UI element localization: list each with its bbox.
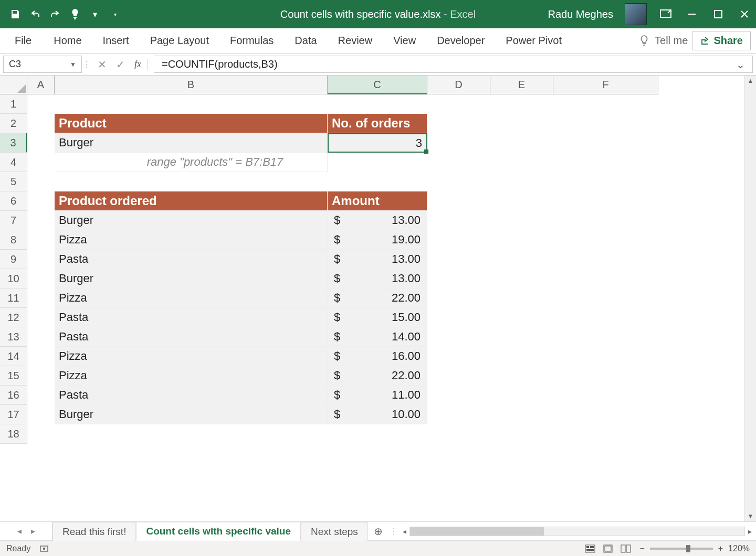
- summary-count[interactable]: 3: [328, 133, 427, 153]
- cells-area[interactable]: ProductNo. of ordersBurger3range "produc…: [27, 94, 744, 521]
- row-header-4[interactable]: 4: [0, 153, 27, 172]
- enter-formula-icon[interactable]: ✓: [116, 58, 125, 71]
- order-amount-row-10[interactable]: $13.00: [328, 269, 427, 288]
- close-icon[interactable]: [737, 7, 752, 22]
- sheet-tab-count-cells-with-specific-value[interactable]: Count cells with specific value: [136, 522, 301, 541]
- column-header-A[interactable]: A: [27, 76, 55, 94]
- redo-icon[interactable]: [48, 7, 62, 21]
- macro-record-icon[interactable]: [40, 544, 50, 553]
- share-button[interactable]: Share: [692, 31, 751, 50]
- page-break-view-icon[interactable]: [621, 544, 631, 553]
- undo-icon[interactable]: [28, 7, 42, 21]
- row-header-2[interactable]: 2: [0, 114, 27, 133]
- file-tab[interactable]: File: [5, 29, 41, 52]
- order-product-row-10[interactable]: Burger: [55, 269, 328, 288]
- row-header-14[interactable]: 14: [0, 347, 27, 366]
- ribbon-tab-home[interactable]: Home: [45, 29, 90, 52]
- zoom-level[interactable]: 120%: [728, 544, 750, 553]
- zoom-out-icon[interactable]: −: [639, 544, 644, 553]
- sheet-next-icon[interactable]: ▸: [31, 526, 35, 536]
- zoom-slider[interactable]: [650, 548, 713, 550]
- ribbon-tab-data[interactable]: Data: [286, 29, 325, 52]
- fx-grip-icon[interactable]: ⋮: [82, 54, 91, 75]
- order-product-row-16[interactable]: Pasta: [55, 386, 328, 405]
- scroll-left-icon[interactable]: ◂: [403, 527, 406, 536]
- row-header-10[interactable]: 10: [0, 269, 27, 288]
- order-amount-row-16[interactable]: $11.00: [328, 386, 427, 405]
- qat-customize-icon[interactable]: ▾: [108, 7, 122, 21]
- minimize-icon[interactable]: [685, 7, 699, 22]
- order-product-row-9[interactable]: Pasta: [55, 250, 328, 269]
- normal-view-icon[interactable]: [585, 544, 595, 553]
- order-product-row-17[interactable]: Burger: [55, 405, 328, 424]
- column-header-E[interactable]: E: [490, 76, 553, 94]
- order-amount-row-13[interactable]: $14.00: [328, 327, 427, 347]
- row-header-9[interactable]: 9: [0, 250, 27, 269]
- page-layout-view-icon[interactable]: [603, 544, 613, 553]
- order-product-row-7[interactable]: Burger: [55, 211, 328, 230]
- ribbon-display-options-icon[interactable]: [658, 7, 673, 22]
- row-header-5[interactable]: 5: [0, 172, 27, 191]
- column-header-C[interactable]: C: [328, 76, 427, 94]
- row-header-13[interactable]: 13: [0, 327, 27, 347]
- order-amount-row-17[interactable]: $10.00: [328, 405, 427, 424]
- fx-icon[interactable]: fx: [134, 59, 148, 70]
- ribbon-tab-power-pivot[interactable]: Power Pivot: [497, 29, 570, 52]
- row-header-8[interactable]: 8: [0, 230, 27, 250]
- sheet-tab-read-this-first-[interactable]: Read this first!: [52, 522, 136, 541]
- order-amount-row-9[interactable]: $13.00: [328, 250, 427, 269]
- order-product-row-13[interactable]: Pasta: [55, 327, 328, 347]
- zoom-control[interactable]: − + 120%: [639, 544, 750, 553]
- ribbon-tab-review[interactable]: Review: [330, 29, 381, 52]
- fill-handle[interactable]: [424, 149, 428, 154]
- save-icon[interactable]: [8, 7, 22, 21]
- order-product-row-11[interactable]: Pizza: [55, 288, 328, 308]
- ribbon-tab-insert[interactable]: Insert: [94, 29, 138, 52]
- row-header-7[interactable]: 7: [0, 211, 27, 230]
- summary-product[interactable]: Burger: [55, 133, 328, 153]
- sheet-grip-icon[interactable]: ⋮: [389, 522, 398, 540]
- order-amount-row-14[interactable]: $16.00: [328, 347, 427, 366]
- column-header-F[interactable]: F: [553, 76, 658, 94]
- maximize-icon[interactable]: [711, 7, 726, 22]
- ribbon-tab-formulas[interactable]: Formulas: [222, 29, 282, 52]
- horizontal-scrollbar[interactable]: ◂ ▸: [398, 522, 756, 540]
- vertical-scrollbar[interactable]: ▲ ▼: [744, 76, 756, 521]
- cancel-formula-icon[interactable]: ✕: [98, 58, 107, 71]
- user-name[interactable]: Radu Meghes: [548, 8, 613, 20]
- order-amount-row-8[interactable]: $19.00: [328, 230, 427, 250]
- name-box[interactable]: C3 ▼: [3, 56, 82, 73]
- add-sheet-button[interactable]: ⊕: [368, 522, 389, 540]
- order-product-row-12[interactable]: Pasta: [55, 308, 328, 327]
- row-header-1[interactable]: 1: [0, 94, 27, 114]
- zoom-in-icon[interactable]: +: [718, 544, 723, 553]
- row-header-17[interactable]: 17: [0, 405, 27, 424]
- row-header-3[interactable]: 3: [0, 133, 27, 153]
- formula-expand-icon[interactable]: ⌄: [736, 58, 745, 71]
- sheet-prev-icon[interactable]: ◂: [17, 526, 22, 536]
- scroll-down-icon[interactable]: ▼: [748, 511, 754, 521]
- user-avatar[interactable]: [625, 3, 647, 25]
- order-amount-row-15[interactable]: $22.00: [328, 366, 427, 386]
- order-product-row-14[interactable]: Pizza: [55, 347, 328, 366]
- select-all-corner[interactable]: [0, 76, 27, 94]
- row-header-15[interactable]: 15: [0, 366, 27, 386]
- ribbon-tab-page-layout[interactable]: Page Layout: [142, 29, 217, 52]
- scroll-up-icon[interactable]: ▲: [748, 76, 754, 86]
- column-header-B[interactable]: B: [55, 76, 328, 94]
- sheet-tab-next-steps[interactable]: Next steps: [301, 522, 368, 541]
- order-amount-row-11[interactable]: $22.00: [328, 288, 427, 308]
- name-box-dropdown-icon[interactable]: ▼: [70, 61, 76, 68]
- formula-bar[interactable]: =COUNTIF(products,B3) ⌄: [154, 56, 753, 73]
- tell-me[interactable]: Tell me: [639, 35, 688, 47]
- ribbon-tab-view[interactable]: View: [385, 29, 424, 52]
- row-header-16[interactable]: 16: [0, 386, 27, 405]
- lightbulb-icon[interactable]: [68, 7, 82, 21]
- scroll-right-icon[interactable]: ▸: [748, 527, 752, 536]
- row-header-6[interactable]: 6: [0, 191, 27, 211]
- order-amount-row-7[interactable]: $13.00: [328, 211, 427, 230]
- order-amount-row-12[interactable]: $15.00: [328, 308, 427, 327]
- column-header-D[interactable]: D: [427, 76, 490, 94]
- row-header-12[interactable]: 12: [0, 308, 27, 327]
- row-header-18[interactable]: 18: [0, 424, 27, 444]
